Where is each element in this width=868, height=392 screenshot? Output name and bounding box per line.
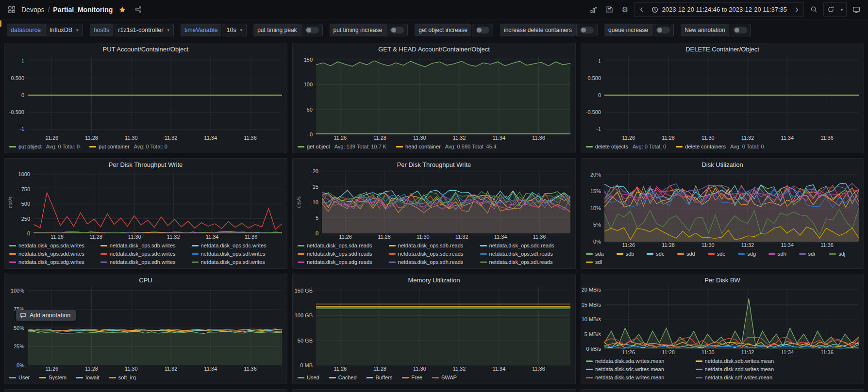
toggle-switch[interactable] <box>576 24 598 36</box>
legend-item[interactable]: sda <box>586 250 612 258</box>
legend-item[interactable]: Iowait <box>76 374 100 381</box>
panel: GET & HEAD Account/Container/Object05010… <box>292 43 576 153</box>
apps-grid-icon[interactable] <box>5 3 18 16</box>
legend-item[interactable]: sdj <box>829 250 855 258</box>
legend-item[interactable]: Free <box>402 374 422 381</box>
legend-item[interactable]: netdata.disk_ops.sdh.writes <box>100 259 186 266</box>
breadcrumb-folder[interactable]: Devops <box>21 6 44 14</box>
legend-item[interactable]: put objectAvg: 0 Total: 0 <box>9 143 80 150</box>
legend-item[interactable]: netdata.disk_ops.sdi.reads <box>480 259 566 266</box>
chart-canvas[interactable] <box>28 287 282 365</box>
legend-item[interactable]: sdi <box>799 250 825 258</box>
legend-item[interactable]: netdata.disk.sde.writes.mean <box>586 374 686 381</box>
legend-item[interactable]: sdg <box>738 250 764 258</box>
legend-item[interactable]: Cached <box>329 374 357 381</box>
refresh-interval-caret-icon[interactable]: ▾ <box>837 3 846 16</box>
legend-item[interactable]: netdata.disk_ops.sdg.writes <box>9 259 95 266</box>
add-panel-icon[interactable] <box>587 3 601 16</box>
legend-item[interactable]: netdata.disk.sda.writes.mean <box>586 358 686 365</box>
panel-title[interactable]: Memory Utilization <box>408 277 460 284</box>
refresh-icon[interactable] <box>824 3 837 16</box>
legend-item[interactable]: SWAP <box>432 374 457 381</box>
legend-item[interactable]: sdd <box>677 250 703 258</box>
panel-title[interactable]: GET & HEAD Account/Container/Object <box>378 46 490 53</box>
legend-item[interactable]: netdata.disk_ops.sda.writes <box>9 242 95 249</box>
x-axis: 11:2611:2811:3011:3211:3411:36 <box>604 349 859 357</box>
toggle-switch[interactable] <box>730 24 751 36</box>
legend-item[interactable]: netdata.disk.sdb.writes.mean <box>696 358 796 365</box>
legend-series-marker <box>402 377 409 378</box>
legend-item[interactable]: get objectAvg: 139 Total: 10.7 K <box>298 143 386 150</box>
legend-item[interactable]: sdc <box>647 250 672 258</box>
legend-item[interactable]: netdata.disk_ops.sdc.reads <box>480 242 566 249</box>
legend-item[interactable]: Used <box>298 374 319 381</box>
legend-item[interactable]: netdata.disk_ops.sdd.writes <box>9 250 95 258</box>
y-tick-label: 0% <box>17 362 24 368</box>
legend-item[interactable]: delete objectsAvg: 0 Total: 0 <box>586 143 666 150</box>
chart-canvas[interactable] <box>604 56 859 134</box>
panel-title[interactable]: PUT Account/Container/Object <box>103 46 189 53</box>
legend-item[interactable]: sdb <box>617 250 642 258</box>
panel-title[interactable]: Per Disk Throughput Write <box>109 161 183 168</box>
legend-item[interactable]: put containerAvg: 0 Total: 0 <box>89 143 167 150</box>
share-icon[interactable] <box>131 3 145 16</box>
chart-canvas[interactable] <box>604 287 859 349</box>
panel-title[interactable]: Per Disk Throughput Write <box>397 161 471 168</box>
legend-item[interactable]: sde <box>708 250 734 258</box>
toggle-switch[interactable] <box>301 24 323 36</box>
toggle-switch[interactable] <box>472 24 493 36</box>
legend-item[interactable]: netdata.disk_ops.sdg.reads <box>298 259 383 266</box>
legend-series-marker <box>799 253 806 255</box>
toggle-switch[interactable] <box>386 24 408 36</box>
legend-item[interactable]: System <box>39 374 67 381</box>
legend-item[interactable]: netdata.disk_ops.sde.writes <box>100 250 186 258</box>
legend-item[interactable]: netdata.disk_ops.sdb.reads <box>389 242 474 249</box>
legend-item[interactable]: netdata.disk_ops.sdh.reads <box>389 259 474 266</box>
refresh-group: ▾ <box>823 2 847 17</box>
legend-item[interactable]: netdata.disk_ops.sdf.writes <box>192 250 277 258</box>
toggle-switch[interactable] <box>652 24 674 36</box>
legend-item[interactable]: soft_irq <box>109 374 136 381</box>
dashboard-settings-icon[interactable]: ⚙ <box>618 3 632 16</box>
legend-item[interactable]: netdata.disk_ops.sdc.writes <box>192 242 277 249</box>
add-annotation-button[interactable]: Add annotation <box>16 310 76 321</box>
zoom-out-icon[interactable] <box>807 3 820 16</box>
star-icon[interactable] <box>116 3 129 16</box>
legend-item[interactable]: netdata.disk_ops.sdi.writes <box>192 259 277 266</box>
chart-canvas[interactable] <box>604 171 859 242</box>
chart-canvas[interactable] <box>316 56 570 134</box>
legend-item[interactable]: delete containersAvg: 0 Total: 0 <box>676 143 764 150</box>
panel-title[interactable]: DELETE Container/Object <box>685 46 759 53</box>
save-dashboard-icon[interactable] <box>602 3 616 16</box>
legend-series-marker <box>298 253 304 255</box>
kiosk-mode-icon[interactable] <box>850 3 863 16</box>
legend-item[interactable]: netdata.disk.sdc.writes.mean <box>586 366 686 373</box>
legend-item[interactable]: head containerAvg: 0.590 Total: 45.4 <box>396 143 497 150</box>
chart-canvas[interactable] <box>33 171 282 233</box>
panel-title[interactable]: Disk Utilization <box>701 161 743 168</box>
breadcrumb-dashboard-title[interactable]: Partial_Monitoring <box>53 6 113 14</box>
legend-item[interactable]: User <box>9 374 30 381</box>
time-shift-back-icon[interactable] <box>635 3 649 16</box>
legend-item[interactable]: netdata.disk_ops.sdb.writes <box>100 242 186 249</box>
legend-item[interactable]: netdata.disk_ops.sdf.reads <box>480 250 566 258</box>
variable-value-dropdown[interactable]: r1z1s1-controller▾ <box>114 24 174 36</box>
legend-item[interactable]: netdata.disk_ops.sda.reads <box>298 242 383 249</box>
panel-title[interactable]: Per Disk BW <box>704 277 740 284</box>
chart-canvas[interactable] <box>316 287 570 365</box>
legend-item[interactable]: sdl <box>586 259 612 266</box>
time-range-picker[interactable]: 2023-12-20 11:24:46 to 2023-12-20 11:37:… <box>649 6 790 13</box>
chart-canvas[interactable] <box>28 56 282 134</box>
legend-item[interactable]: Buffers <box>367 374 393 381</box>
legend-item[interactable]: netdata.disk.sdd.writes.mean <box>696 366 796 373</box>
legend-item[interactable]: sdh <box>768 250 794 258</box>
time-shift-forward-icon[interactable] <box>790 3 803 16</box>
panel-title[interactable]: CPU <box>139 277 152 284</box>
chart-canvas[interactable] <box>322 171 570 233</box>
variable-value-dropdown[interactable]: InfluxDB▾ <box>45 24 83 36</box>
legend-item[interactable]: netdata.disk_ops.sdd.reads <box>298 250 383 258</box>
variable-value-dropdown[interactable]: 10s▾ <box>222 24 247 36</box>
legend-item[interactable]: netdata.disk.sdf.writes.mean <box>696 374 796 381</box>
x-tick-label: 11:32 <box>741 349 754 355</box>
legend-item[interactable]: netdata.disk_ops.sde.reads <box>389 250 474 258</box>
